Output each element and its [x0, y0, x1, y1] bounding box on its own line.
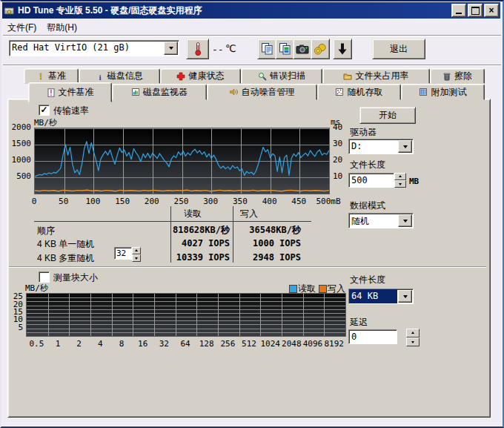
multi-write-value: 2948 IOPS [236, 252, 301, 263]
chevron-down-icon[interactable] [164, 42, 178, 55]
y-axis-title: MB/秒 [25, 283, 48, 294]
drive-select[interactable]: Red Hat VirtIO (21 gB) [9, 40, 179, 56]
tab-label: 附加测试 [431, 86, 466, 99]
random-access-icon [335, 88, 344, 96]
thermometer-icon [191, 42, 205, 56]
save-arrow-icon [336, 42, 348, 56]
coins-icon [314, 42, 327, 56]
exit-button[interactable]: 退出 [372, 39, 425, 59]
tab-erase[interactable]: 擦除 [430, 68, 485, 84]
spin-up-icon[interactable] [394, 173, 406, 180]
benchmark-icon: ! [36, 72, 45, 81]
drive-select-value: Red Hat VirtIO (21 gB) [10, 41, 163, 56]
transfer-rate-checkbox-label[interactable]: 传输速率 [53, 105, 89, 117]
y-axis-title-right: ms [331, 117, 340, 127]
block-size-checkbox[interactable] [39, 271, 50, 283]
temperature-value: -- [212, 44, 224, 55]
separator [3, 65, 501, 66]
seq-write-value: 36548KB/秒 [236, 224, 301, 237]
tab-file-benchmark[interactable]: ! 文件基准 [28, 82, 112, 102]
delay-field[interactable]: 0 [348, 329, 397, 344]
spin-up-icon[interactable] [132, 247, 141, 254]
table-divider [34, 221, 311, 222]
block-size-checkbox-label[interactable]: 测量块大小 [53, 271, 98, 284]
close-button[interactable]: × [484, 4, 499, 17]
block-size-chart [26, 293, 346, 337]
menu-bar: 文件(F) 帮助(H) [2, 20, 500, 35]
drive-label: 驱动器 [350, 126, 377, 139]
rand-write-value: 1000 IOPS [236, 238, 301, 248]
write-legend-swatch [319, 285, 327, 293]
svg-text:!: ! [50, 88, 52, 96]
health-status-icon [176, 72, 185, 81]
file-length-value[interactable]: 500 [348, 173, 394, 188]
file-benchmark-icon: ! [47, 88, 56, 97]
tab-label: 错误扫描 [270, 70, 305, 82]
queue-depth-stepper[interactable]: 32 [114, 247, 141, 260]
table-divider [233, 206, 233, 263]
transfer-rate-checkbox[interactable]: ✓ [39, 105, 50, 116]
maximize-button[interactable] [468, 4, 483, 17]
tab-error-scan[interactable]: 错误扫描 [241, 68, 322, 84]
chevron-down-icon[interactable] [398, 214, 412, 227]
drive-letter-select[interactable]: D: [348, 139, 414, 154]
folder-usage-icon [343, 72, 352, 81]
minimize-icon [456, 13, 462, 14]
tab-disk-info[interactable]: i 磁盘信息 [79, 68, 160, 84]
data-mode-select[interactable]: 随机 [348, 213, 414, 228]
temperature-button[interactable] [186, 39, 209, 59]
start-button[interactable]: 开始 [359, 107, 416, 124]
table-row-label: 4 KB 多重随机 [37, 252, 94, 265]
hdtune-window: HD Tune 专业版 5.50 - 硬盘/固态硬盘实用程序 × 文件(F) 帮… [0, 0, 504, 428]
tab-folder-usage[interactable]: 文件夹占用率 [322, 68, 430, 84]
tab-label: 文件基准 [59, 86, 94, 99]
tab-random-access[interactable]: 随机存取 [317, 84, 401, 100]
camera-icon [296, 43, 309, 55]
file-length-stepper[interactable]: 500 [348, 173, 406, 188]
chevron-down-icon[interactable] [398, 290, 412, 303]
tab-label: 自动噪音管理 [241, 86, 294, 99]
checkmark-icon: ✓ [40, 106, 47, 113]
copy-image-button[interactable] [275, 39, 294, 59]
app-icon [4, 5, 15, 16]
tab-noise-management[interactable]: 自动噪音管理 [207, 84, 317, 100]
tab-health-status[interactable]: 健康状态 [160, 68, 242, 84]
error-scan-icon [258, 72, 267, 81]
delay-down-button[interactable] [406, 338, 420, 346]
tab-benchmark[interactable]: ! 基准 [24, 68, 79, 84]
drive-letter-value: D: [349, 139, 397, 154]
separator [9, 266, 486, 268]
queue-depth-value[interactable]: 32 [114, 247, 132, 260]
tab-label: 文件夹占用率 [355, 70, 408, 82]
spin-down-icon[interactable] [132, 254, 141, 262]
block-file-length-select[interactable]: 64 KB [348, 289, 414, 304]
save-results-button[interactable] [333, 39, 352, 59]
menu-file[interactable]: 文件(F) [2, 20, 42, 36]
multi-read-value: 10339 IOPS [172, 252, 230, 263]
erase-icon [442, 72, 451, 81]
copy-text-button[interactable] [257, 39, 276, 59]
y-axis-title-left: MB/秒 [34, 117, 57, 128]
tab-label: 基准 [48, 70, 66, 82]
delay-label: 延迟 [350, 316, 368, 329]
seq-read-value: 818628KB/秒 [172, 224, 230, 237]
minimize-button[interactable] [451, 4, 466, 17]
read-legend-swatch [289, 285, 297, 293]
tab-extra-tests[interactable]: 附加测试 [401, 84, 485, 100]
data-mode-label: 数据模式 [350, 200, 385, 212]
menu-help[interactable]: 帮助(H) [42, 20, 82, 36]
exit-button-label: 退出 [390, 43, 408, 56]
register-button[interactable] [311, 39, 330, 59]
screenshot-button[interactable] [293, 39, 312, 59]
data-mode-value: 随机 [349, 214, 397, 228]
delay-up-button[interactable] [406, 329, 420, 338]
start-button-label: 开始 [379, 109, 397, 122]
chevron-down-icon[interactable] [398, 140, 412, 153]
block-file-length-label: 文件长度 [350, 274, 385, 286]
tab-label: 磁盘信息 [107, 70, 143, 82]
read-column-header: 读取 [184, 208, 202, 220]
table-divider [170, 206, 171, 263]
separator [3, 35, 501, 36]
tab-disk-monitor[interactable]: 磁盘监视器 [112, 84, 207, 100]
spin-down-icon[interactable] [394, 180, 406, 188]
